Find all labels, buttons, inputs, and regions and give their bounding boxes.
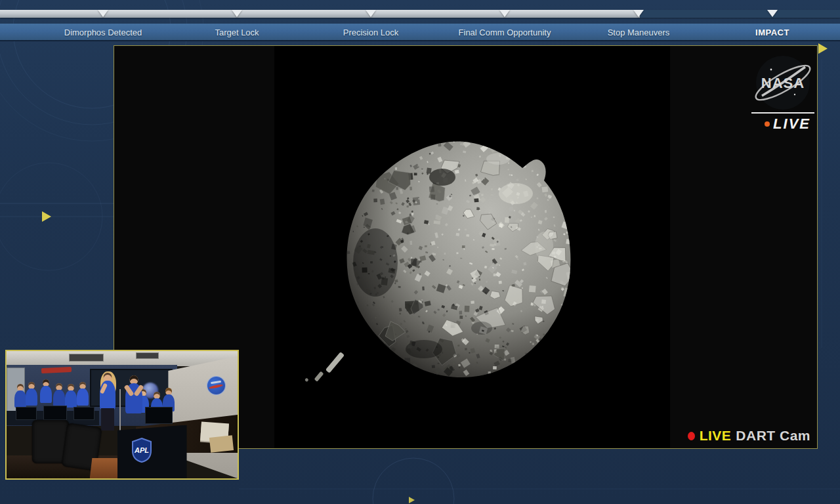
milestone-label: Final Comm Opportunity	[459, 28, 551, 37]
camera-name-label: DART Cam	[736, 428, 810, 444]
console-monitor	[145, 407, 173, 423]
milestone-marker-icon	[98, 10, 108, 17]
apl-shield-logo: APL	[131, 438, 152, 463]
milestone-label: IMPACT	[755, 28, 789, 37]
milestone-marker-icon	[633, 10, 644, 17]
team-member	[39, 379, 53, 410]
mission-control-scene: APL	[7, 351, 238, 478]
live-dot-icon	[765, 121, 770, 127]
milestone-marker-icon	[499, 10, 510, 17]
milestone-marker-icon	[767, 10, 778, 17]
milestone-label: Stop Maneuvers	[608, 28, 670, 37]
console-monitor	[16, 407, 37, 419]
milestone-label: Target Lock	[215, 28, 259, 37]
debris-shard	[304, 346, 345, 390]
record-dot-icon	[688, 432, 695, 440]
console-monitor	[43, 406, 66, 419]
flight-controller-woman	[99, 373, 116, 429]
milestone-marker-icon	[232, 10, 242, 17]
mission-control-pip: APL	[5, 350, 239, 480]
milestone-label: Dimorphos Detected	[64, 28, 142, 37]
podium-base	[90, 458, 120, 478]
team-member	[25, 382, 38, 410]
nasa-logo-icon: NASA	[749, 52, 814, 113]
live-badge-label: LIVE	[700, 428, 732, 444]
nasa-meatball-icon	[207, 377, 225, 394]
ceiling-vent	[69, 354, 104, 362]
milestone-marker-icon	[366, 10, 376, 17]
timeline-label-band: Dimorphos DetectedTarget LockPrecision L…	[0, 24, 840, 41]
live-indicator: LIVE	[765, 116, 810, 133]
ceiling-vent	[136, 352, 159, 359]
live-label: LIVE	[773, 116, 810, 133]
mission-timeline: Dimorphos DetectedTarget LockPrecision L…	[0, 0, 840, 42]
flight-controller-man	[125, 375, 143, 428]
console-monitor	[74, 407, 94, 419]
cardboard-box	[209, 435, 234, 453]
overlay-separator-line	[751, 112, 814, 114]
timeline-progress-fill	[0, 10, 640, 18]
svg-text:NASA: NASA	[761, 75, 805, 91]
camera-badge: LIVE DART Cam	[688, 428, 810, 444]
team-member	[76, 382, 89, 410]
svg-text:APL: APL	[134, 446, 149, 454]
milestone-label: Precision Lock	[343, 28, 399, 37]
